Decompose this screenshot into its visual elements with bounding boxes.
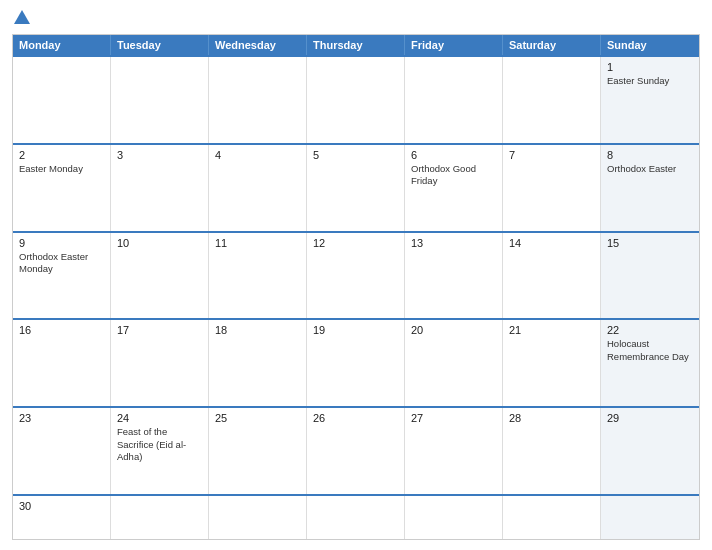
calendar-cell: 8Orthodox Easter <box>601 145 699 231</box>
calendar: MondayTuesdayWednesdayThursdayFridaySatu… <box>12 34 700 540</box>
calendar-row-5: 30 <box>13 494 699 539</box>
calendar-cell <box>209 496 307 539</box>
calendar-cell: 27 <box>405 408 503 494</box>
cell-date: 25 <box>215 412 300 424</box>
calendar-cell: 29 <box>601 408 699 494</box>
calendar-cell <box>503 57 601 143</box>
calendar-cell: 17 <box>111 320 209 406</box>
calendar-row-4: 2324Feast of the Sacrifice (Eid al-Adha)… <box>13 406 699 494</box>
calendar-row-2: 9Orthodox Easter Monday101112131415 <box>13 231 699 319</box>
calendar-cell: 6Orthodox Good Friday <box>405 145 503 231</box>
calendar-cell <box>111 57 209 143</box>
cell-date: 10 <box>117 237 202 249</box>
cell-date: 19 <box>313 324 398 336</box>
calendar-cell: 28 <box>503 408 601 494</box>
calendar-cell <box>503 496 601 539</box>
calendar-cell <box>307 496 405 539</box>
weekday-header-tuesday: Tuesday <box>111 35 209 55</box>
calendar-cell: 26 <box>307 408 405 494</box>
calendar-cell <box>307 57 405 143</box>
weekday-header-wednesday: Wednesday <box>209 35 307 55</box>
cell-date: 21 <box>509 324 594 336</box>
calendar-cell: 3 <box>111 145 209 231</box>
cell-date: 27 <box>411 412 496 424</box>
calendar-cell: 9Orthodox Easter Monday <box>13 233 111 319</box>
cell-date: 6 <box>411 149 496 161</box>
cell-date: 26 <box>313 412 398 424</box>
cell-date: 24 <box>117 412 202 424</box>
calendar-page: MondayTuesdayWednesdayThursdayFridaySatu… <box>0 0 712 550</box>
cell-event: Feast of the Sacrifice (Eid al-Adha) <box>117 426 202 463</box>
cell-date: 3 <box>117 149 202 161</box>
cell-date: 30 <box>19 500 104 512</box>
calendar-cell: 16 <box>13 320 111 406</box>
calendar-cell <box>405 57 503 143</box>
cell-date: 9 <box>19 237 104 249</box>
cell-date: 11 <box>215 237 300 249</box>
calendar-cell: 10 <box>111 233 209 319</box>
calendar-row-3: 16171819202122Holocaust Remembrance Day <box>13 318 699 406</box>
cell-date: 7 <box>509 149 594 161</box>
cell-date: 18 <box>215 324 300 336</box>
calendar-body: 1Easter Sunday2Easter Monday3456Orthodox… <box>13 55 699 539</box>
cell-event: Orthodox Easter Monday <box>19 251 104 276</box>
calendar-cell: 20 <box>405 320 503 406</box>
cell-date: 13 <box>411 237 496 249</box>
cell-date: 5 <box>313 149 398 161</box>
calendar-cell: 11 <box>209 233 307 319</box>
calendar-cell: 18 <box>209 320 307 406</box>
weekday-header-saturday: Saturday <box>503 35 601 55</box>
calendar-cell: 24Feast of the Sacrifice (Eid al-Adha) <box>111 408 209 494</box>
calendar-cell: 2Easter Monday <box>13 145 111 231</box>
logo-triangle-icon <box>14 10 30 24</box>
cell-date: 20 <box>411 324 496 336</box>
cell-date: 12 <box>313 237 398 249</box>
calendar-cell: 14 <box>503 233 601 319</box>
calendar-cell: 25 <box>209 408 307 494</box>
cell-date: 28 <box>509 412 594 424</box>
cell-date: 15 <box>607 237 693 249</box>
calendar-cell: 30 <box>13 496 111 539</box>
calendar-cell <box>13 57 111 143</box>
calendar-cell: 5 <box>307 145 405 231</box>
cell-event: Holocaust Remembrance Day <box>607 338 693 363</box>
cell-date: 14 <box>509 237 594 249</box>
calendar-cell <box>601 496 699 539</box>
calendar-cell: 7 <box>503 145 601 231</box>
calendar-cell: 12 <box>307 233 405 319</box>
cell-date: 8 <box>607 149 693 161</box>
cell-date: 4 <box>215 149 300 161</box>
logo <box>12 10 30 26</box>
calendar-cell: 19 <box>307 320 405 406</box>
weekday-header-monday: Monday <box>13 35 111 55</box>
calendar-row-0: 1Easter Sunday <box>13 55 699 143</box>
cell-event: Orthodox Good Friday <box>411 163 496 188</box>
weekday-header-thursday: Thursday <box>307 35 405 55</box>
cell-event: Easter Monday <box>19 163 104 175</box>
calendar-cell <box>111 496 209 539</box>
cell-date: 22 <box>607 324 693 336</box>
weekday-header-friday: Friday <box>405 35 503 55</box>
calendar-row-1: 2Easter Monday3456Orthodox Good Friday78… <box>13 143 699 231</box>
calendar-cell: 22Holocaust Remembrance Day <box>601 320 699 406</box>
calendar-cell: 21 <box>503 320 601 406</box>
calendar-cell <box>405 496 503 539</box>
cell-date: 16 <box>19 324 104 336</box>
calendar-cell <box>209 57 307 143</box>
calendar-header: MondayTuesdayWednesdayThursdayFridaySatu… <box>13 35 699 55</box>
cell-date: 23 <box>19 412 104 424</box>
calendar-cell: 15 <box>601 233 699 319</box>
cell-event: Orthodox Easter <box>607 163 693 175</box>
cell-date: 17 <box>117 324 202 336</box>
calendar-cell: 1Easter Sunday <box>601 57 699 143</box>
cell-event: Easter Sunday <box>607 75 693 87</box>
cell-date: 29 <box>607 412 693 424</box>
calendar-cell: 13 <box>405 233 503 319</box>
calendar-cell: 23 <box>13 408 111 494</box>
header <box>12 10 700 26</box>
weekday-header-sunday: Sunday <box>601 35 699 55</box>
cell-date: 2 <box>19 149 104 161</box>
calendar-cell: 4 <box>209 145 307 231</box>
cell-date: 1 <box>607 61 693 73</box>
